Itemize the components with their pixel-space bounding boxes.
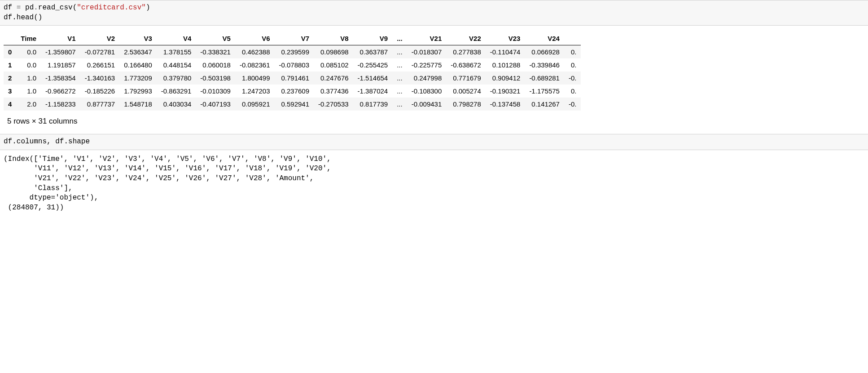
- table-cell: -0.638672: [446, 58, 486, 71]
- table-cell: -1.514654: [353, 71, 393, 84]
- table-row: 31.0-0.966272-0.1852261.792993-0.863291-…: [4, 84, 581, 98]
- table-cell: 0.592941: [274, 98, 314, 111]
- table-cell: 0.247998: [407, 71, 447, 84]
- table-cell: 1.800499: [235, 71, 275, 84]
- table-cell: -1.359807: [41, 45, 80, 59]
- table-cell: 0.379780: [157, 71, 196, 84]
- table-cell: 0.237609: [274, 84, 314, 98]
- column-header: V3: [119, 32, 157, 45]
- table-cell: 1.792993: [119, 84, 157, 98]
- table-row: 00.0-1.359807-0.0727812.5363471.378155-0…: [4, 45, 581, 59]
- table-cell: 2.536347: [119, 45, 157, 59]
- table-cell: 0.247676: [314, 71, 353, 84]
- table-cell: -0.190321: [486, 84, 525, 98]
- table-cell: 0.909412: [486, 71, 525, 84]
- table-cell: -0.338321: [196, 45, 235, 59]
- table-cell: ...: [392, 98, 407, 111]
- table-cell: 0.0: [16, 58, 41, 71]
- table-cell: 1.378155: [157, 45, 196, 59]
- table-cell: 2.0: [16, 98, 41, 111]
- table-cell: -0.966272: [41, 84, 80, 98]
- table-cell: -0.072781: [80, 45, 120, 59]
- table-cell: 0.085102: [314, 58, 353, 71]
- table-cell: 0.095921: [235, 98, 275, 111]
- dataframe-table: TimeV1V2V3V4V5V6V7V8V9...V21V22V23V24 00…: [4, 32, 581, 111]
- table-cell: -0.010309: [196, 84, 235, 98]
- table-row: 10.01.1918570.2661510.1664800.4481540.06…: [4, 58, 581, 71]
- table-cell: -0.082361: [235, 58, 275, 71]
- table-header-row: TimeV1V2V3V4V5V6V7V8V9...V21V22V23V24: [4, 32, 581, 45]
- table-cell: 0.141267: [525, 98, 564, 111]
- table-cell: 0.098698: [314, 45, 353, 59]
- column-header: V4: [157, 32, 196, 45]
- table-cell: -0.255425: [353, 58, 393, 71]
- table-cell: 0.005274: [446, 84, 486, 98]
- table-cell: 0.403034: [157, 98, 196, 111]
- column-header: V22: [446, 32, 486, 45]
- column-header: ...: [392, 32, 407, 45]
- table-cell: -0.078803: [274, 58, 314, 71]
- column-header: V21: [407, 32, 447, 45]
- table-row: 42.0-1.1582330.8777371.5487180.403034-0.…: [4, 98, 581, 111]
- table-cell: -1.175575: [525, 84, 564, 98]
- table-cell: 0.: [564, 58, 581, 71]
- table-cell: -0.225775: [407, 58, 447, 71]
- table-cell: ...: [392, 45, 407, 59]
- table-cell: 0.791461: [274, 71, 314, 84]
- output-cell-2: (Index(['Time', 'V1', 'V2', 'V3', 'V4', …: [0, 150, 868, 222]
- table-cell: -0.: [564, 98, 581, 111]
- column-header: V2: [80, 32, 120, 45]
- row-index: 3: [4, 84, 16, 98]
- table-cell: -0.018307: [407, 45, 447, 59]
- table-cell: 0.817739: [353, 98, 393, 111]
- table-cell: ...: [392, 71, 407, 84]
- table-cell: 0.166480: [119, 58, 157, 71]
- table-cell: 0.277838: [446, 45, 486, 59]
- column-header: V9: [353, 32, 393, 45]
- table-cell: -0.863291: [157, 84, 196, 98]
- column-header: [564, 32, 581, 45]
- row-index: 4: [4, 98, 16, 111]
- row-index: 1: [4, 58, 16, 71]
- table-cell: -0.108300: [407, 84, 447, 98]
- table-cell: 1.548718: [119, 98, 157, 111]
- table-cell: 0.771679: [446, 71, 486, 84]
- table-cell: ...: [392, 84, 407, 98]
- column-header: Time: [16, 32, 41, 45]
- table-cell: 0.377436: [314, 84, 353, 98]
- table-cell: -0.185226: [80, 84, 120, 98]
- code-cell-2[interactable]: df.columns, df.shape: [0, 134, 868, 150]
- table-corner: [4, 32, 16, 45]
- table-cell: 0.877737: [80, 98, 120, 111]
- table-cell: -0.110474: [486, 45, 525, 59]
- table-cell: -0.009431: [407, 98, 447, 111]
- table-cell: 0.266151: [80, 58, 120, 71]
- table-cell: 1.247203: [235, 84, 275, 98]
- table-cell: 0.060018: [196, 58, 235, 71]
- table-cell: 0.462388: [235, 45, 275, 59]
- table-cell: 1.773209: [119, 71, 157, 84]
- table-cell: -1.387024: [353, 84, 393, 98]
- table-cell: -1.158233: [41, 98, 80, 111]
- column-header: V24: [525, 32, 564, 45]
- table-cell: -0.339846: [525, 58, 564, 71]
- table-cell: -0.407193: [196, 98, 235, 111]
- table-row: 21.0-1.358354-1.3401631.7732090.379780-0…: [4, 71, 581, 84]
- table-cell: 1.0: [16, 71, 41, 84]
- column-header: V23: [486, 32, 525, 45]
- column-header: V8: [314, 32, 353, 45]
- row-index: 2: [4, 71, 16, 84]
- row-index: 0: [4, 45, 16, 59]
- column-header: V1: [41, 32, 80, 45]
- table-cell: -0.137458: [486, 98, 525, 111]
- table-cell: -1.340163: [80, 71, 120, 84]
- table-cell: 0.239599: [274, 45, 314, 59]
- table-cell: -0.270533: [314, 98, 353, 111]
- column-header: V5: [196, 32, 235, 45]
- dataframe-wrapper[interactable]: TimeV1V2V3V4V5V6V7V8V9...V21V22V23V24 00…: [4, 29, 864, 111]
- code-cell-1[interactable]: df = pd.read_csv("creditcard.csv") df.he…: [0, 0, 868, 26]
- table-cell: 0.798278: [446, 98, 486, 111]
- output-cell-1: TimeV1V2V3V4V5V6V7V8V9...V21V22V23V24 00…: [0, 26, 868, 134]
- table-cell: -1.358354: [41, 71, 80, 84]
- table-cell: 0.: [564, 45, 581, 59]
